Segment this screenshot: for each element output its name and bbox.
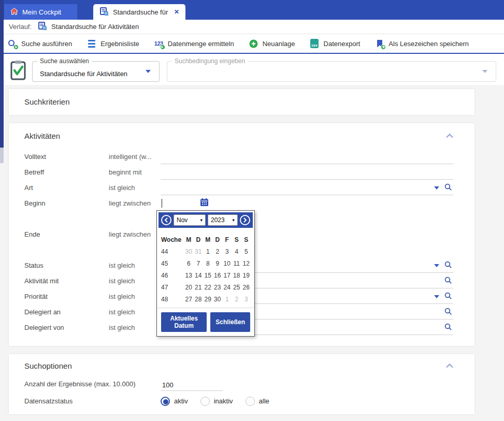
calendar-day[interactable]: 23 bbox=[213, 281, 223, 293]
tab-standardsuche[interactable]: Standardsuche für A... ✕ bbox=[93, 4, 185, 20]
radio-button-icon[interactable] bbox=[200, 397, 210, 406]
calendar-day[interactable]: 15 bbox=[203, 269, 213, 281]
radio-alle[interactable]: alle bbox=[246, 397, 269, 406]
radio-aktiv[interactable]: aktiv bbox=[161, 397, 188, 406]
next-month-icon[interactable] bbox=[240, 215, 250, 225]
chevron-down-icon[interactable] bbox=[434, 264, 439, 267]
radio-button-icon[interactable] bbox=[246, 397, 255, 406]
calendar-day[interactable]: 13 bbox=[184, 269, 194, 281]
field-operator[interactable]: ist gleich bbox=[109, 324, 161, 331]
calendar-day[interactable]: 8 bbox=[203, 257, 213, 269]
field-operator[interactable]: ist gleich bbox=[109, 184, 161, 192]
collapse-section-icon[interactable] bbox=[446, 362, 453, 370]
art-input[interactable] bbox=[161, 180, 453, 195]
calendar-day[interactable]: 1 bbox=[222, 293, 232, 305]
calendar-day[interactable]: 4 bbox=[232, 245, 242, 257]
results-count-row: Anzahl der Ergebnisse (max. 10.000) 100 bbox=[24, 375, 453, 393]
previous-month-icon[interactable] bbox=[161, 215, 171, 225]
vertical-scrollbar-thumb[interactable] bbox=[0, 0, 4, 148]
date-picker-header: Nov ▾ 2023 ▾ bbox=[159, 212, 253, 228]
field-operator[interactable]: intelligent (w... bbox=[109, 153, 161, 161]
tab-mein-cockpit[interactable]: Mein Cockpit bbox=[4, 4, 77, 20]
search-select-label: Suche auswählen bbox=[37, 57, 92, 65]
calendar-day-header: Woche bbox=[161, 234, 184, 245]
calendar-day[interactable]: 21 bbox=[194, 281, 204, 293]
search-lookup-icon[interactable] bbox=[444, 292, 452, 301]
vertical-scrollbar-track[interactable] bbox=[0, 148, 4, 163]
field-operator[interactable]: ist gleich bbox=[109, 262, 161, 269]
calendar-day[interactable]: 2 bbox=[232, 293, 242, 305]
search-lookup-icon[interactable] bbox=[444, 183, 452, 193]
new-record-button[interactable]: Neuanlage bbox=[249, 39, 295, 49]
csv-file-icon: csv bbox=[310, 39, 320, 49]
count-data-button[interactable]: 123 Datenmenge ermitteln bbox=[154, 39, 234, 49]
calendar-day[interactable]: 3 bbox=[241, 293, 251, 305]
data-export-button[interactable]: csv Datenexport bbox=[310, 39, 361, 49]
calendar-day[interactable]: 2 bbox=[213, 245, 223, 257]
calendar-day[interactable]: 30 bbox=[184, 245, 194, 257]
calendar-day[interactable]: 28 bbox=[194, 293, 204, 305]
calendar-day[interactable]: 11 bbox=[232, 257, 242, 269]
search-select-dropdown[interactable]: Suche auswählen Standardsuche für Aktivi… bbox=[32, 61, 160, 82]
calendar-day[interactable]: 12 bbox=[241, 257, 251, 269]
calendar-day[interactable]: 5 bbox=[241, 245, 251, 257]
calendar-day[interactable]: 18 bbox=[232, 269, 242, 281]
calendar-day[interactable]: 1 bbox=[203, 245, 213, 257]
calendar-day[interactable]: 22 bbox=[203, 281, 213, 293]
calendar-icon[interactable] bbox=[200, 198, 209, 208]
today-button[interactable]: Aktuelles Datum bbox=[161, 312, 207, 332]
calendar-day[interactable]: 17 bbox=[222, 269, 232, 281]
run-search-button[interactable]: Suche ausführen bbox=[7, 39, 72, 49]
search-lookup-icon[interactable] bbox=[444, 308, 452, 317]
field-operator[interactable]: ist gleich bbox=[109, 308, 161, 316]
calendar-day[interactable]: 10 bbox=[222, 257, 232, 269]
betreff-input[interactable] bbox=[161, 164, 453, 180]
calendar-day[interactable]: 26 bbox=[241, 281, 251, 293]
field-operator[interactable]: liegt zwischen bbox=[109, 230, 161, 238]
calendar-day[interactable]: 29 bbox=[203, 293, 213, 305]
calendar-day[interactable]: 24 bbox=[222, 281, 232, 293]
field-operator[interactable]: ist gleich bbox=[109, 293, 161, 300]
calendar-day[interactable]: 14 bbox=[194, 269, 204, 281]
calendar-week-number: 46 bbox=[161, 269, 184, 281]
calendar-day[interactable]: 27 bbox=[184, 293, 194, 305]
chevron-down-icon[interactable] bbox=[482, 70, 487, 73]
search-lookup-icon[interactable] bbox=[444, 323, 452, 332]
calendar-day[interactable]: 3 bbox=[222, 245, 232, 257]
chevron-down-icon[interactable] bbox=[146, 70, 151, 73]
history-item-link[interactable]: Standardsuche für Aktivitäten bbox=[51, 23, 139, 31]
calendar-day[interactable]: 6 bbox=[184, 257, 194, 269]
field-row-volltext: Volltext intelligent (w... bbox=[24, 149, 453, 164]
calendar-day[interactable]: 20 bbox=[184, 281, 194, 293]
calendar-day[interactable]: 9 bbox=[213, 257, 223, 269]
calendar-day[interactable]: 16 bbox=[213, 269, 223, 281]
field-operator[interactable]: ist gleich bbox=[109, 277, 161, 285]
radio-inaktiv[interactable]: inaktiv bbox=[200, 397, 233, 406]
radio-button-icon[interactable] bbox=[161, 397, 170, 406]
search-lookup-icon[interactable] bbox=[444, 261, 452, 270]
volltext-input[interactable] bbox=[161, 149, 453, 164]
month-select[interactable]: Nov ▾ bbox=[174, 214, 206, 226]
close-calendar-button[interactable]: Schließen bbox=[210, 312, 250, 332]
field-operator[interactable]: liegt zwischen bbox=[109, 199, 161, 207]
chevron-down-icon[interactable] bbox=[434, 295, 439, 298]
chevron-down-icon[interactable] bbox=[434, 186, 439, 190]
calendar-day[interactable]: 19 bbox=[241, 269, 251, 281]
calendar-day[interactable]: 31 bbox=[194, 245, 204, 257]
collapse-section-icon[interactable] bbox=[446, 132, 453, 140]
results-count-input[interactable]: 100 bbox=[161, 378, 223, 391]
close-tab-icon[interactable]: ✕ bbox=[174, 8, 179, 16]
beginn-date-input[interactable] bbox=[161, 195, 453, 211]
calendar-day[interactable]: 25 bbox=[232, 281, 242, 293]
calendar-week-number: 45 bbox=[161, 257, 184, 269]
button-label: Neuanlage bbox=[263, 40, 295, 48]
search-condition-input[interactable]: Suchbedingung eingeben bbox=[167, 61, 496, 82]
save-bookmark-button[interactable]: Als Lesezeichen speichern bbox=[375, 39, 469, 49]
calendar-day[interactable]: 7 bbox=[194, 257, 204, 269]
year-select[interactable]: 2023 ▾ bbox=[208, 214, 238, 226]
result-list-button[interactable]: Ergebnisliste bbox=[87, 39, 139, 49]
search-lookup-icon[interactable] bbox=[444, 277, 452, 286]
field-operator[interactable]: beginnt mit bbox=[109, 168, 161, 176]
list-icon bbox=[87, 39, 96, 49]
calendar-day[interactable]: 30 bbox=[213, 293, 223, 305]
